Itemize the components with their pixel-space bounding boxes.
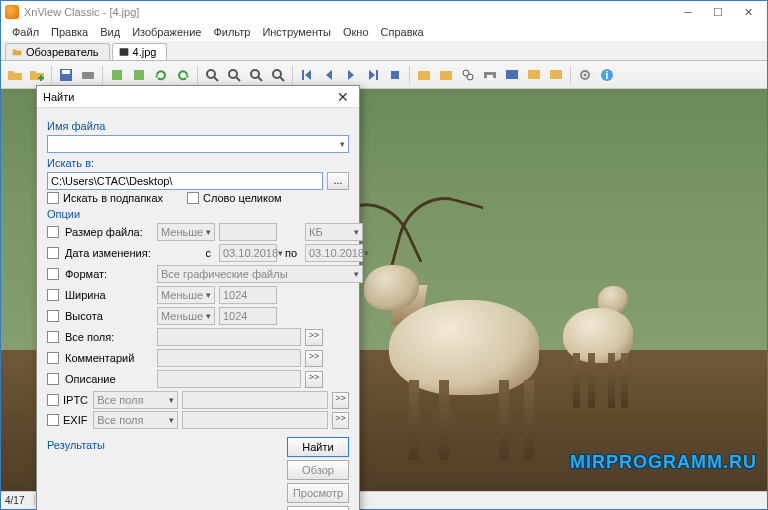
date-to-prefix: по [281,247,301,259]
dialog-close-icon[interactable]: ✕ [333,89,353,105]
exif-input[interactable] [182,411,328,429]
recurse-checkbox[interactable] [47,192,59,204]
date-checkbox[interactable] [47,247,59,259]
export-icon[interactable] [414,65,434,85]
svg-point-9 [273,70,281,78]
menu-view[interactable]: Вид [95,25,125,39]
nav-next-icon[interactable] [341,65,361,85]
width-checkbox[interactable] [47,289,59,301]
svg-rect-20 [528,70,540,79]
zoom-fit-icon[interactable] [246,65,266,85]
refresh-ccw-icon[interactable] [151,65,171,85]
help-icon[interactable]: i [597,65,617,85]
date-from-input[interactable]: 03.10.2018▾ [219,244,277,262]
save-icon[interactable] [56,65,76,85]
size-checkbox[interactable] [47,226,59,238]
exif-expand-button[interactable]: >> [332,412,349,429]
minimize-button[interactable]: ─ [673,3,703,21]
folder-add-icon[interactable] [27,65,47,85]
filename-combo[interactable]: ▾ [47,135,349,153]
size-value-input[interactable] [219,223,277,241]
menu-help[interactable]: Справка [376,25,429,39]
format-combo[interactable]: Все графические файлы▾ [157,265,363,283]
size-label: Размер файла: [65,226,153,238]
menu-window[interactable]: Окно [338,25,374,39]
svg-text:i: i [606,70,609,81]
slideshow-icon[interactable] [524,65,544,85]
zoom-in-icon[interactable] [202,65,222,85]
batch-icon[interactable] [546,65,566,85]
browse-path-button[interactable]: ... [327,172,349,190]
width-label: Ширина [65,289,153,301]
iptc-input[interactable] [182,391,328,409]
allfields-checkbox[interactable] [47,331,59,343]
refresh-cw-icon[interactable] [173,65,193,85]
date-from-prefix: с [157,247,215,259]
width-op-combo[interactable]: Меньше▾ [157,286,215,304]
menu-image[interactable]: Изображение [127,25,206,39]
close-button[interactable]: ✕ [733,3,763,21]
tab-label: Обозреватель [26,46,99,58]
exif-checkbox[interactable] [47,414,59,426]
scan-icon[interactable] [78,65,98,85]
tab-image[interactable]: 4.jpg [112,43,168,60]
dialog-titlebar[interactable]: Найти ✕ [37,86,359,108]
nav-prev-icon[interactable] [319,65,339,85]
svg-rect-4 [112,70,122,80]
rotate-right-icon[interactable] [129,65,149,85]
menu-filter[interactable]: Фильтр [208,25,255,39]
chevron-down-icon: ▾ [169,395,174,405]
capture-icon[interactable] [436,65,456,85]
wallpaper-icon[interactable] [502,65,522,85]
allfields-input[interactable] [157,328,301,346]
window-title: XnView Classic - [4.jpg] [24,6,139,18]
svg-point-23 [584,73,587,76]
zoom-select-icon[interactable] [268,65,288,85]
maximize-button[interactable]: ☐ [703,3,733,21]
iptc-scope-combo[interactable]: Все поля▾ [93,391,178,409]
size-op-combo[interactable]: Меньше▾ [157,223,215,241]
menu-tools[interactable]: Инструменты [257,25,336,39]
comment-expand-button[interactable]: >> [305,350,323,367]
exif-scope-combo[interactable]: Все поля▾ [93,411,178,429]
allfields-label: Все поля: [65,331,153,343]
height-label: Высота [65,310,153,322]
nav-first-icon[interactable] [297,65,317,85]
compare-icon[interactable] [458,65,478,85]
desc-input[interactable] [157,370,301,388]
zoom-out-icon[interactable] [224,65,244,85]
height-checkbox[interactable] [47,310,59,322]
wholeword-checkbox[interactable] [187,192,199,204]
desc-checkbox[interactable] [47,373,59,385]
folder-open-icon[interactable] [5,65,25,85]
height-op-combo[interactable]: Меньше▾ [157,307,215,325]
allfields-expand-button[interactable]: >> [305,329,323,346]
print-icon[interactable] [480,65,500,85]
desc-label: Описание [65,373,153,385]
comment-checkbox[interactable] [47,352,59,364]
iptc-checkbox[interactable] [47,394,59,406]
nav-play-icon[interactable] [385,65,405,85]
results-label: Результаты [47,439,287,451]
date-to-input[interactable]: 03.10.2018▾ [305,244,363,262]
cancel-button[interactable]: Отмена [287,506,349,510]
view-button[interactable]: Просмотр [287,483,349,503]
width-value-input[interactable] [219,286,277,304]
size-unit-combo[interactable]: КБ▾ [305,223,363,241]
settings-icon[interactable] [575,65,595,85]
comment-input[interactable] [157,349,301,367]
rotate-left-icon[interactable] [107,65,127,85]
nav-last-icon[interactable] [363,65,383,85]
find-button[interactable]: Найти [287,437,349,457]
status-index: 4/17 [5,495,35,506]
menu-file[interactable]: Файл [7,25,44,39]
options-label: Опции [47,208,349,220]
searchin-input[interactable] [47,172,323,190]
format-checkbox[interactable] [47,268,59,280]
browse-results-button[interactable]: Обзор [287,460,349,480]
height-value-input[interactable] [219,307,277,325]
iptc-expand-button[interactable]: >> [332,392,349,409]
tab-browser[interactable]: Обозреватель [5,43,110,60]
menu-edit[interactable]: Правка [46,25,93,39]
desc-expand-button[interactable]: >> [305,371,323,388]
